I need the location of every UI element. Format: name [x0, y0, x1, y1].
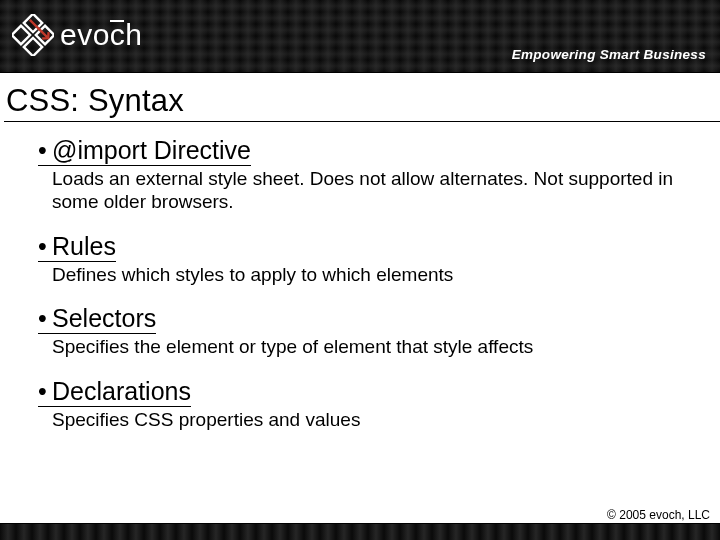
item-heading-text: @import Directive — [52, 136, 251, 164]
footer-band — [0, 524, 720, 540]
footer: © 2005 evoch, LLC — [0, 512, 720, 540]
item-heading-text: Rules — [52, 232, 116, 260]
copyright-text: © 2005 evoch, LLC — [607, 508, 710, 522]
slide-title: CSS: Syntax — [4, 81, 720, 122]
svg-rect-3 — [24, 38, 42, 56]
list-item: •Declarations Specifies CSS properties a… — [38, 377, 700, 432]
brand-tagline: Empowering Smart Business — [512, 47, 706, 62]
list-item: •Rules Defines which styles to apply to … — [38, 232, 700, 287]
list-item: •@import Directive Loads an external sty… — [38, 136, 700, 214]
brand-macron-icon — [110, 20, 124, 22]
svg-line-4 — [30, 20, 48, 38]
item-heading: •Selectors — [38, 304, 156, 334]
item-heading: •@import Directive — [38, 136, 251, 166]
bullet-icon: • — [38, 136, 52, 165]
brand-name-text: evoch — [60, 18, 143, 51]
item-heading: •Rules — [38, 232, 116, 262]
bullet-list: •@import Directive Loads an external sty… — [4, 136, 720, 432]
item-heading: •Declarations — [38, 377, 191, 407]
item-description: Loads an external style sheet. Does not … — [38, 168, 678, 214]
bullet-icon: • — [38, 304, 52, 333]
header-band: evoch Empowering Smart Business — [0, 0, 720, 72]
item-description: Defines which styles to apply to which e… — [38, 264, 678, 287]
item-heading-text: Declarations — [52, 377, 191, 405]
svg-rect-2 — [12, 26, 30, 44]
item-description: Specifies CSS properties and values — [38, 409, 678, 432]
item-description: Specifies the element or type of element… — [38, 336, 678, 359]
list-item: •Selectors Specifies the element or type… — [38, 304, 700, 359]
brand-logo: evoch — [12, 14, 143, 56]
slide-content: CSS: Syntax •@import Directive Loads an … — [0, 73, 720, 432]
bullet-icon: • — [38, 377, 52, 406]
logo-mark-icon — [12, 14, 54, 56]
brand-name: evoch — [60, 18, 143, 52]
item-heading-text: Selectors — [52, 304, 156, 332]
bullet-icon: • — [38, 232, 52, 261]
